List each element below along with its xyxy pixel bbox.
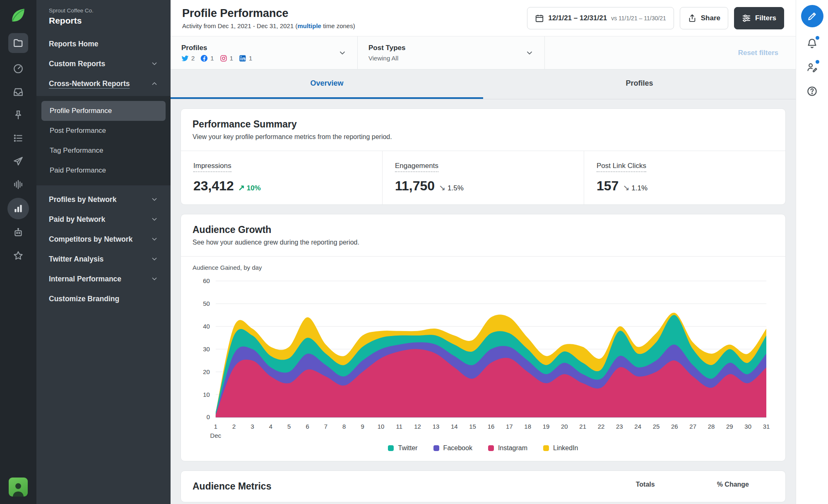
reports-sidebar: Sprout Coffee Co. Reports Reports Home C… bbox=[36, 0, 171, 504]
filters-button[interactable]: Filters bbox=[734, 7, 784, 29]
post-types-filter[interactable]: Post Types Viewing All bbox=[358, 36, 545, 69]
svg-text:14: 14 bbox=[451, 423, 458, 430]
svg-text:0: 0 bbox=[207, 413, 210, 420]
share-icon bbox=[688, 14, 697, 23]
linkedin-count: 1 bbox=[239, 55, 252, 62]
page-subtitle: Activity from Dec 1, 2021 - Dec 31, 2021… bbox=[182, 22, 355, 29]
favorites-button[interactable] bbox=[8, 246, 28, 266]
reports-app-button[interactable] bbox=[8, 33, 28, 53]
metric-value: 11,750 bbox=[395, 178, 435, 194]
help-button[interactable] bbox=[804, 83, 821, 99]
legend-item-facebook[interactable]: Facebook bbox=[433, 444, 472, 452]
metric-delta: ↘1.5% bbox=[439, 183, 464, 192]
svg-text:27: 27 bbox=[689, 423, 696, 430]
performance-summary-card: Performance Summary View your key profil… bbox=[181, 108, 786, 205]
cross-network-submenu: Profile Performance Post Performance Tag… bbox=[36, 96, 171, 185]
svg-text:5: 5 bbox=[287, 423, 291, 430]
notification-dot bbox=[816, 36, 819, 40]
feedback-button[interactable] bbox=[804, 59, 821, 75]
sprout-logo-icon[interactable] bbox=[10, 7, 27, 24]
linkedin-swatch bbox=[543, 445, 549, 451]
trend-arrow-icon: ↘ bbox=[623, 183, 629, 192]
app-icon-rail bbox=[0, 0, 36, 504]
svg-text:26: 26 bbox=[671, 423, 678, 430]
listening-button[interactable] bbox=[8, 175, 28, 194]
metric-engagements: Engagements 11,750 ↘1.5% bbox=[383, 151, 584, 204]
inbox-button[interactable] bbox=[8, 82, 28, 102]
metric-impressions: Impressions 23,412 ↗10% bbox=[181, 151, 383, 204]
sidebar-item-reports-home[interactable]: Reports Home bbox=[36, 34, 171, 54]
bot-icon bbox=[13, 227, 24, 238]
facebook-swatch bbox=[433, 445, 439, 451]
metric-delta: ↘1.1% bbox=[623, 183, 647, 192]
date-range-value: 12/1/21 – 12/31/21 bbox=[548, 14, 607, 22]
person-icon bbox=[10, 480, 26, 497]
user-avatar[interactable] bbox=[9, 478, 28, 497]
sidebar-item-internal-performance[interactable]: Internal Performance bbox=[36, 269, 171, 289]
waveform-icon bbox=[13, 179, 24, 190]
audience-metrics-card: Audience Metrics Totals % Change bbox=[181, 470, 786, 502]
facebook-icon bbox=[200, 55, 208, 62]
metric-label[interactable]: Post Link Clicks bbox=[597, 162, 646, 172]
pin-icon bbox=[13, 110, 24, 120]
sidebar-item-post-performance[interactable]: Post Performance bbox=[41, 121, 166, 141]
chart-axis-label: Audience Gained, by day bbox=[193, 264, 774, 271]
chevron-down-icon bbox=[151, 255, 158, 263]
metric-label[interactable]: Impressions bbox=[193, 162, 231, 172]
card-subtitle: View your key profile performance metric… bbox=[193, 133, 774, 141]
chevron-down-icon bbox=[151, 60, 158, 67]
svg-text:23: 23 bbox=[616, 423, 623, 430]
sidebar-item-custom-reports[interactable]: Custom Reports bbox=[36, 54, 171, 74]
metric-post-link-clicks: Post Link Clicks 157 ↘1.1% bbox=[584, 151, 785, 204]
sidebar-item-paid-by-network[interactable]: Paid by Network bbox=[36, 209, 171, 229]
legend-item-instagram[interactable]: Instagram bbox=[488, 444, 527, 452]
sidebar-item-competitors-by-network[interactable]: Competitors by Network bbox=[36, 229, 171, 249]
compose-button[interactable] bbox=[801, 5, 823, 27]
dashboard-button[interactable] bbox=[8, 59, 28, 79]
publish-button[interactable] bbox=[8, 151, 28, 171]
profiles-filter[interactable]: Profiles 2 1 1 bbox=[171, 36, 358, 69]
sidebar-item-cross-network-reports[interactable]: Cross-Network Reports bbox=[36, 74, 171, 94]
reset-filters-button[interactable]: Reset filters bbox=[738, 49, 778, 57]
automation-button[interactable] bbox=[8, 223, 28, 242]
svg-text:60: 60 bbox=[203, 277, 210, 284]
queue-button[interactable] bbox=[8, 128, 28, 148]
question-icon bbox=[806, 86, 818, 97]
post-types-value: Viewing All bbox=[368, 55, 398, 62]
pin-button[interactable] bbox=[8, 105, 28, 125]
chart-legend: Twitter Facebook Instagram LinkedIn bbox=[193, 444, 774, 452]
svg-text:25: 25 bbox=[653, 423, 660, 430]
notifications-button[interactable] bbox=[804, 35, 821, 51]
instagram-icon bbox=[220, 55, 227, 62]
tab-overview[interactable]: Overview bbox=[171, 70, 483, 99]
svg-text:21: 21 bbox=[579, 423, 586, 430]
sidebar-item-twitter-analysis[interactable]: Twitter Analysis bbox=[36, 249, 171, 269]
timezones-link[interactable]: multiple bbox=[297, 22, 321, 29]
date-range-button[interactable]: 12/1/21 – 12/31/21 vs 11/1/21 – 11/30/21 bbox=[527, 7, 674, 29]
date-compare-value: vs 11/1/21 – 11/30/21 bbox=[611, 15, 666, 22]
sidebar-item-paid-performance[interactable]: Paid Performance bbox=[41, 161, 166, 180]
svg-text:20: 20 bbox=[561, 423, 568, 430]
sliders-icon bbox=[742, 14, 751, 23]
sidebar-item-profiles-by-network[interactable]: Profiles by Network bbox=[36, 190, 171, 209]
twitter-swatch bbox=[388, 445, 394, 451]
svg-text:9: 9 bbox=[361, 423, 364, 430]
analytics-button[interactable] bbox=[7, 198, 29, 219]
svg-text:7: 7 bbox=[324, 423, 327, 430]
card-title: Audience Growth bbox=[193, 224, 774, 235]
audience-growth-card: Audience Growth See how your audience gr… bbox=[181, 214, 786, 461]
legend-item-linkedin[interactable]: LinkedIn bbox=[543, 444, 578, 452]
sidebar-item-profile-performance[interactable]: Profile Performance bbox=[41, 101, 166, 121]
svg-text:22: 22 bbox=[598, 423, 605, 430]
profile-network-counts: 2 1 1 1 bbox=[181, 55, 252, 62]
sidebar-item-customize-branding[interactable]: Customize Branding bbox=[36, 289, 171, 309]
sidebar-item-tag-performance[interactable]: Tag Performance bbox=[41, 141, 166, 161]
list-icon bbox=[13, 133, 24, 144]
chevron-down-icon bbox=[151, 275, 158, 283]
svg-text:8: 8 bbox=[342, 423, 346, 430]
legend-item-twitter[interactable]: Twitter bbox=[388, 444, 417, 452]
metric-label[interactable]: Engagements bbox=[395, 162, 438, 172]
tab-profiles[interactable]: Profiles bbox=[483, 70, 796, 99]
svg-text:1: 1 bbox=[214, 423, 217, 430]
share-button[interactable]: Share bbox=[680, 7, 728, 29]
